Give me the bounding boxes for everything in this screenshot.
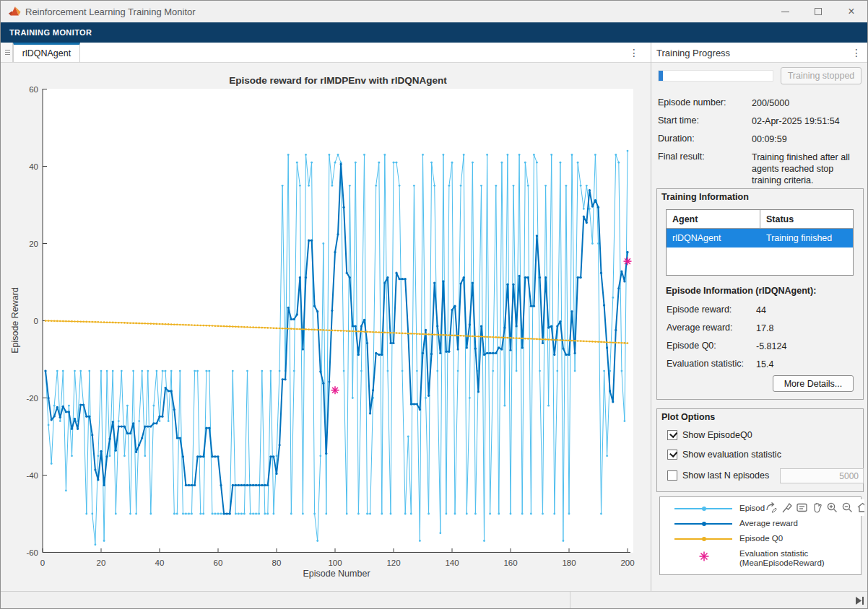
svg-text:40: 40	[29, 162, 38, 171]
tab-drag-handle[interactable]	[2, 43, 13, 62]
average-reward-value: 17.8	[756, 323, 867, 334]
show-episodeq0-option[interactable]: Show EpisodeQ0	[667, 430, 752, 440]
svg-text:200: 200	[620, 558, 634, 567]
restore-view-icon[interactable]	[856, 501, 864, 515]
title-bar: Reinforcement Learning Training Monitor …	[1, 1, 867, 22]
minimize-icon	[781, 12, 789, 12]
show-last-n-episodes-checkbox[interactable]	[667, 470, 677, 481]
minimize-button[interactable]	[771, 1, 799, 22]
show-episodeq0-label: Show EpisodeQ0	[682, 430, 752, 440]
status-column-header[interactable]: Status	[760, 210, 853, 228]
average-reward-marker	[702, 522, 706, 526]
start-time-value: 02-Apr-2025 19:51:54	[752, 115, 863, 127]
show-last-n-episodes-option[interactable]: Show last N episodes	[667, 470, 769, 481]
plot-options-group: Plot Options Show EpisodeQ0 Show evaluat…	[656, 408, 864, 492]
matlab-logo-icon	[8, 5, 21, 18]
duration-value: 00:09:59	[752, 133, 863, 145]
right-panel-title: Training Progress	[656, 48, 730, 58]
show-last-n-episodes-label: Show last N episodes	[682, 470, 769, 481]
svg-text:180: 180	[562, 558, 576, 567]
status-bar-divider	[570, 592, 570, 609]
document-actions-button[interactable]: ⋮	[628, 43, 641, 62]
zoom-out-icon[interactable]	[841, 501, 854, 515]
svg-text:60: 60	[29, 85, 38, 94]
legend-label: Average reward	[739, 519, 798, 527]
training-information-group: Training Information Agent Status rlDQNA…	[656, 188, 864, 400]
last-n-episodes-input[interactable]	[780, 468, 864, 483]
svg-text:100: 100	[328, 558, 342, 567]
legend-episode-q0: Episode Q0	[660, 533, 861, 545]
svg-text:20: 20	[97, 558, 106, 567]
panel-actions-button[interactable]: ⋮	[850, 43, 863, 62]
asterisk-icon	[698, 550, 711, 563]
svg-text:40: 40	[155, 558, 165, 567]
svg-text:-40: -40	[26, 471, 38, 480]
progress-fill	[659, 71, 663, 81]
svg-text:60: 60	[214, 558, 223, 567]
episode-information-title: Episode Information (rlDQNAgent):	[666, 286, 816, 296]
legend-evaluation-statistic: Evaluation statistic (MeanEpisodeReward)	[660, 548, 861, 571]
table-header-row: Agent Status	[667, 210, 853, 229]
average-reward-label: Average reward:	[667, 323, 733, 333]
axes-toolbar	[765, 499, 864, 516]
episode-reward-label: Episode reward:	[667, 304, 732, 315]
maximize-icon	[815, 8, 822, 15]
document-tab-rldqnagent[interactable]: rlDQNAgent	[13, 43, 80, 62]
svg-text:0: 0	[34, 317, 38, 325]
ribbon-tab-training-monitor[interactable]: TRAINING MONITOR	[9, 28, 92, 37]
legend-average-reward: Average reward	[660, 518, 861, 530]
episode-q0-marker	[702, 537, 706, 541]
agent-column-header[interactable]: Agent	[667, 210, 760, 228]
episode-q0-label: Episode Q0:	[667, 341, 716, 351]
show-evaluation-statistic-label: Show evaluation statistic	[682, 450, 781, 460]
agent-status-table: Agent Status rlDQNAgent Training finishe…	[666, 209, 854, 276]
show-episodeq0-checkbox[interactable]	[667, 430, 677, 440]
training-chart: Episode reward for rlMDPEnv with rlDQNAg…	[1, 63, 651, 591]
ribbon: TRAINING MONITOR	[1, 22, 867, 43]
legend-label: Evaluation statistic	[739, 549, 808, 558]
window-title: Reinforcement Learning Training Monitor	[25, 6, 196, 17]
episode-q0-value: -5.8124	[756, 341, 867, 352]
evaluation-statistic-value: 15.4	[756, 359, 867, 370]
close-button[interactable]: ×	[837, 1, 866, 22]
datatips-icon[interactable]	[795, 501, 809, 515]
training-stopped-button[interactable]: Training stopped	[781, 67, 862, 84]
show-evaluation-statistic-option[interactable]: Show evaluation statistic	[667, 450, 781, 460]
svg-text:20: 20	[29, 240, 38, 248]
episode-number-value: 200/5000	[752, 97, 863, 109]
document-scrollbar[interactable]	[1, 592, 570, 609]
training-progress-panel: Training stopped Episode number: 200/500…	[651, 63, 868, 591]
show-evaluation-statistic-checkbox[interactable]	[667, 450, 677, 460]
more-details-button[interactable]: More Details...	[773, 375, 854, 392]
svg-text:-20: -20	[26, 394, 38, 403]
svg-text:Episode Number: Episode Number	[303, 569, 370, 579]
maximize-button[interactable]	[804, 1, 833, 22]
expand-panel-icon[interactable]	[856, 596, 864, 605]
svg-text:0: 0	[40, 558, 45, 567]
export-icon[interactable]	[765, 501, 778, 515]
evaluation-statistic-label: Evaluation statistic:	[667, 359, 744, 369]
svg-text:Episode Reward: Episode Reward	[10, 287, 20, 354]
status-cell: Training finished	[760, 229, 853, 247]
svg-text:120: 120	[386, 558, 400, 567]
plot-options-title: Plot Options	[661, 412, 715, 422]
legend-label: Episode Q0	[739, 534, 783, 543]
pan-icon[interactable]	[810, 501, 824, 515]
svg-text:160: 160	[503, 558, 517, 567]
document-tab-label: rlDQNAgent	[22, 48, 71, 58]
close-icon: ×	[848, 6, 854, 17]
training-progress-bar	[658, 70, 773, 82]
svg-text:140: 140	[445, 558, 459, 567]
svg-text:-60: -60	[26, 548, 38, 557]
episode-reward-marker	[702, 507, 706, 511]
agent-cell: rlDQNAgent	[667, 229, 760, 247]
zoom-in-icon[interactable]	[825, 501, 839, 515]
brush-icon[interactable]	[780, 501, 794, 515]
tab-strip: rlDQNAgent ⋮ Training Progress ⋮	[1, 43, 867, 63]
svg-text:80: 80	[272, 558, 282, 567]
episode-number-label: Episode number:	[658, 97, 726, 108]
table-row[interactable]: rlDQNAgent Training finished	[667, 229, 853, 247]
episode-reward-value: 44	[756, 304, 867, 316]
figure-area: Episode reward for rlMDPEnv with rlDQNAg…	[1, 63, 651, 591]
duration-label: Duration:	[658, 133, 695, 144]
